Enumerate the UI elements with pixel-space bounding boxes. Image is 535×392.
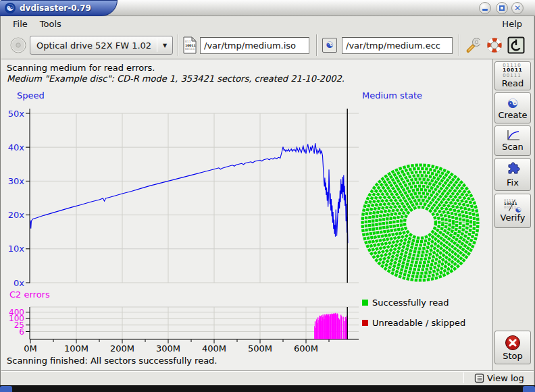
finished-status: Scanning finished: All sectors successfu… — [7, 356, 218, 366]
menu-help[interactable]: Help — [496, 18, 528, 30]
svg-text:50x: 50x — [8, 109, 25, 119]
binary-file-icon: 011 10011 00111 — [182, 36, 197, 57]
svg-text:600M: 600M — [294, 343, 318, 354]
binary-icon: 01110 10011 00111 — [503, 63, 522, 79]
svg-text:6: 6 — [19, 327, 24, 337]
scan-button[interactable]: Scan — [494, 125, 531, 156]
drive-selector[interactable]: Optical drive 52X FW 1.02 ▼ — [30, 36, 173, 55]
scan-label: Scan — [502, 142, 524, 152]
yin-yang-icon: ☯ — [5, 3, 16, 13]
svg-text:10x: 10x — [8, 244, 25, 254]
c2-errors-chart: 400100256C2 errors0M100M200M300M400M500M… — [9, 289, 359, 354]
legend-unreadable: Unreadable / skipped — [362, 318, 465, 328]
svg-text:20x: 20x — [8, 210, 25, 220]
chart-curve-icon — [505, 130, 520, 142]
create-label: Create — [498, 110, 527, 120]
stop-label: Stop — [503, 351, 523, 361]
speed-chart: 0x10x20x30x40x50xSpeed — [8, 90, 359, 288]
quit-button[interactable] — [507, 35, 526, 55]
fix-button[interactable]: Fix — [494, 158, 531, 191]
svg-text:00111: 00111 — [185, 47, 195, 51]
titlebar-tab: ☯ dvdisaster-0.79 — [0, 0, 118, 16]
red-cross-icon — [505, 335, 521, 351]
window-title: dvdisaster-0.79 — [20, 3, 91, 13]
svg-text:0M: 0M — [24, 343, 37, 354]
svg-text:0x: 0x — [14, 278, 24, 288]
view-log-label: View log — [487, 373, 524, 383]
svg-text:30x: 30x — [8, 176, 25, 186]
minimize-icon — [482, 9, 488, 11]
read-label: Read — [502, 78, 524, 88]
power-icon — [507, 36, 525, 54]
taskbar-corner-right — [523, 386, 535, 392]
puzzle-icon — [505, 161, 521, 177]
yin-yang-icon: ☯ — [507, 96, 518, 110]
svg-text:C2 errors: C2 errors — [9, 289, 50, 300]
ecc-path-input[interactable] — [342, 37, 453, 54]
minimize-button[interactable] — [479, 2, 491, 14]
chevron-down-icon: ▼ — [157, 43, 172, 49]
svg-text:500M: 500M — [248, 343, 272, 354]
close-button[interactable]: ✕ — [511, 2, 524, 14]
svg-text:100M: 100M — [64, 343, 88, 354]
maximize-icon — [499, 5, 505, 11]
drive-selector-value: Optical drive 52X FW 1.02 — [30, 40, 157, 51]
preferences-button[interactable] — [464, 35, 483, 55]
ecc-file-icon: ☯ — [322, 38, 337, 53]
desktop-taskbar-strip — [0, 385, 535, 392]
iso-path-input[interactable] — [200, 37, 309, 54]
taskbar-corner-left — [0, 386, 12, 392]
close-icon: ✕ — [514, 4, 521, 12]
view-log-button[interactable]: View log — [472, 371, 527, 385]
verify-button[interactable]: 01110 10011 00111 ☯ Verify — [494, 194, 531, 228]
maximize-button[interactable] — [496, 2, 508, 14]
help-button[interactable] — [485, 35, 504, 55]
svg-text:40x: 40x — [8, 142, 25, 152]
svg-text:Speed: Speed — [17, 90, 45, 101]
stop-button[interactable]: Stop — [494, 331, 531, 364]
red-swatch-icon — [362, 320, 368, 326]
svg-text:200M: 200M — [110, 343, 134, 354]
list-icon — [474, 373, 484, 383]
svg-text:400M: 400M — [202, 343, 226, 354]
medium-state-disc: Medium state — [362, 90, 478, 280]
dvdisaster-window: ☯ dvdisaster-0.79 ✕ File Tools Help Opti… — [0, 0, 535, 392]
svg-text:10011: 10011 — [185, 44, 196, 47]
read-button[interactable]: 01110 10011 00111 Read — [494, 61, 531, 90]
create-button[interactable]: ☯ Create — [494, 92, 531, 123]
menu-file[interactable]: File — [7, 18, 34, 30]
wrench-icon — [465, 36, 482, 54]
statusbar — [0, 370, 535, 385]
svg-text:Medium state: Medium state — [362, 90, 422, 101]
legend-label: Unreadable / skipped — [372, 318, 465, 328]
menubar: File Tools Help — [0, 16, 535, 31]
titlebar[interactable]: ☯ dvdisaster-0.79 ✕ — [0, 0, 535, 16]
svg-text:011: 011 — [185, 40, 191, 43]
disc-icon — [9, 36, 27, 57]
lifebuoy-icon — [486, 36, 503, 54]
fix-label: Fix — [507, 177, 519, 188]
verify-icon: 01110 10011 00111 ☯ — [504, 199, 521, 213]
menu-tools[interactable]: Tools — [34, 18, 68, 30]
green-swatch-icon — [362, 300, 368, 306]
legend-successfully-read: Successfully read — [362, 298, 449, 308]
svg-text:300M: 300M — [156, 343, 180, 354]
legend-label: Successfully read — [372, 298, 449, 308]
